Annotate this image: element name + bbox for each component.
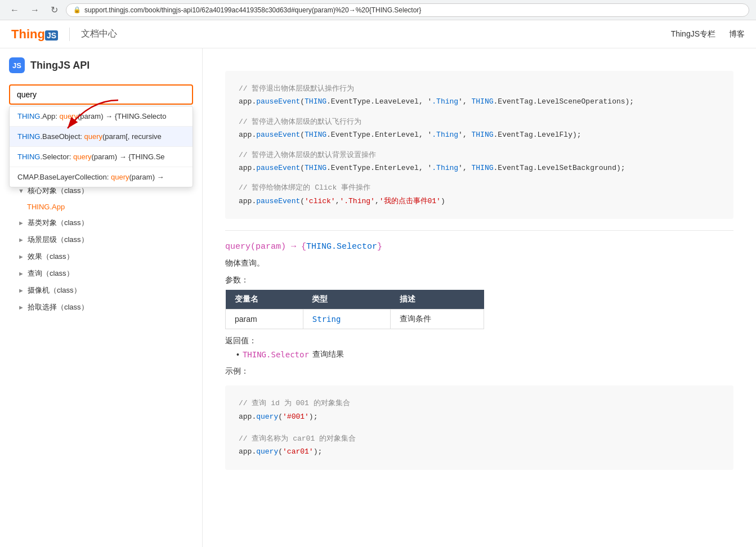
logo-area: ThingJS 文档中心 xyxy=(11,27,117,42)
chevron-right-icon-5: ► xyxy=(18,287,24,294)
nav-effect-label: 效果（class） xyxy=(28,252,74,262)
code-line-3: app.pauseEvent(THING.EventType.EnterLeve… xyxy=(239,162,720,174)
search-result-1[interactable]: THING.App: query(param) → {THING.Selecto xyxy=(10,106,193,127)
nav-base-obj-label: 基类对象（class） xyxy=(28,218,88,228)
code-line-comment-2: // 暂停进入物体层级的默认飞行行为 xyxy=(239,115,720,128)
nav-query-label: 查询（class） xyxy=(28,268,74,279)
table-header-desc: 描述 xyxy=(391,290,484,310)
result-2-suffix: (param[, recursive xyxy=(102,132,162,141)
chevron-right-icon-1: ► xyxy=(18,219,24,226)
search-dropdown: THING.App: query(param) → {THING.Selecto… xyxy=(9,106,193,187)
return-item: THING.Selector 查询结果 xyxy=(236,349,733,360)
code-block-1: // 暂停退出物体层级默认操作行为 app.pauseEvent(THING.E… xyxy=(225,71,733,219)
url-bar[interactable]: 🔒 support.thingjs.com/book/thingjs-api10… xyxy=(66,3,749,17)
chevron-right-icon-6: ► xyxy=(18,304,24,311)
nav-thingjs[interactable]: ThingJS专栏 xyxy=(671,29,715,39)
result-3-keyword: query xyxy=(73,153,92,161)
api-title: ThingJS API xyxy=(30,60,90,71)
code-line-1: app.pauseEvent(THING.EventType.LeaveLeve… xyxy=(239,95,720,108)
chevron-right-icon-3: ► xyxy=(18,253,24,260)
nav-camera[interactable]: ► 摄像机（class） xyxy=(0,282,202,299)
param-name: param xyxy=(226,310,303,329)
result-4-prefix: CMAP.BaseLayerCollection: xyxy=(17,173,111,181)
sidebar: JS ThingJS API THING.App: query(param) →… xyxy=(0,48,203,547)
params-table: 变量名 类型 描述 param String 查询条件 xyxy=(225,290,484,329)
nav-thing-app[interactable]: THING.App xyxy=(0,199,202,214)
url-text: support.thingjs.com/book/thingjs-api10/6… xyxy=(84,6,421,14)
chevron-right-icon-2: ► xyxy=(18,236,24,243)
nav-picker[interactable]: ► 拾取选择（class） xyxy=(0,299,202,316)
table-header-type: 类型 xyxy=(303,290,391,310)
result-1-prefix: THING xyxy=(17,112,40,120)
result-2-prefix: THING xyxy=(17,132,40,141)
forward-button[interactable]: → xyxy=(27,4,43,16)
section-desc: 物体查询。 xyxy=(225,258,733,268)
param-type: String xyxy=(303,310,391,329)
example-comment-1: // 查询 id 为 001 的对象集合 xyxy=(239,397,720,410)
search-result-2[interactable]: THING.BaseObject: query(param[, recursiv… xyxy=(10,127,193,147)
nav-base-obj[interactable]: ► 基类对象（class） xyxy=(0,214,202,231)
params-label: 参数： xyxy=(225,275,733,285)
header-doc-title: 文档中心 xyxy=(81,28,117,40)
logo-js-badge: JS xyxy=(45,30,58,41)
code-line-2: app.pauseEvent(THING.EventType.EnterLeve… xyxy=(239,128,720,141)
section-title: query(param) → {THING.Selector} xyxy=(225,242,733,252)
search-result-4[interactable]: CMAP.BaseLayerCollection: query(param) → xyxy=(10,167,193,187)
return-text: 查询结果 xyxy=(312,349,344,360)
example-comment-2: // 查询名称为 car01 的对象集合 xyxy=(239,432,720,445)
main-layout: JS ThingJS API THING.App: query(param) →… xyxy=(0,48,756,547)
api-badge: JS xyxy=(12,61,21,70)
nav-scene[interactable]: ► 场景层级（class） xyxy=(0,231,202,248)
search-result-3[interactable]: THING.Selector: query(param) → {THING.Se xyxy=(10,147,193,167)
back-button[interactable]: ← xyxy=(7,4,23,16)
nav-camera-label: 摄像机（class） xyxy=(28,285,81,295)
browser-bar: ← → ↻ 🔒 support.thingjs.com/book/thingjs… xyxy=(0,0,756,20)
return-link[interactable]: THING.Selector xyxy=(243,350,309,359)
result-1-keyword: query xyxy=(59,112,78,120)
lock-icon: 🔒 xyxy=(73,6,81,14)
example-label: 示例： xyxy=(225,366,733,376)
table-header-name: 变量名 xyxy=(226,290,303,310)
search-input[interactable] xyxy=(9,84,193,105)
code-line-comment-4: // 暂停给物体绑定的 Click 事件操作 xyxy=(239,181,720,194)
nav-picker-label: 拾取选择（class） xyxy=(28,302,88,312)
return-label: 返回值： xyxy=(225,336,733,346)
nav-blog[interactable]: 博客 xyxy=(729,29,745,39)
app-header: ThingJS 文档中心 ThingJS专栏 博客 xyxy=(0,20,756,48)
chevron-down-icon-3: ▼ xyxy=(18,187,24,194)
code-line-comment-1: // 暂停退出物体层级默认操作行为 xyxy=(239,82,720,95)
example-line-1: app.query('#001'); xyxy=(239,410,720,423)
result-4-suffix: (param) → xyxy=(129,173,164,181)
separator xyxy=(225,230,733,231)
nav-query[interactable]: ► 查询（class） xyxy=(0,265,202,282)
nav-effect[interactable]: ► 效果（class） xyxy=(0,248,202,265)
search-container: THING.App: query(param) → {THING.Selecto… xyxy=(0,78,202,111)
result-3-suffix: (param) → {THING.Se xyxy=(92,153,165,161)
header-divider xyxy=(69,28,70,41)
example-line-2: app.query('car01'); xyxy=(239,445,720,458)
result-4-keyword: query xyxy=(111,173,129,181)
result-1-suffix: (param) → {THING.Selecto xyxy=(78,112,167,120)
reload-button[interactable]: ↻ xyxy=(47,3,61,16)
code-line-4: app.pauseEvent('click','.Thing','我的点击事件0… xyxy=(239,195,720,208)
result-2-keyword: query xyxy=(84,132,103,141)
main-content: // 暂停退出物体层级默认操作行为 app.pauseEvent(THING.E… xyxy=(203,48,756,547)
code-block-2: // 查询 id 为 001 的对象集合 app.query('#001'); … xyxy=(225,385,733,470)
param-desc: 查询条件 xyxy=(391,310,484,329)
nav-scene-label: 场景层级（class） xyxy=(28,235,88,245)
table-row: param String 查询条件 xyxy=(226,310,484,329)
result-3-prefix: THING xyxy=(17,153,40,161)
code-line-comment-3: // 暂停进入物体层级的默认背景设置操作 xyxy=(239,149,720,162)
nav-thing-app-label: THING.App xyxy=(27,203,65,211)
chevron-right-icon-4: ► xyxy=(18,270,24,277)
logo: ThingJS xyxy=(11,27,58,42)
header-nav: ThingJS专栏 博客 xyxy=(671,29,745,39)
